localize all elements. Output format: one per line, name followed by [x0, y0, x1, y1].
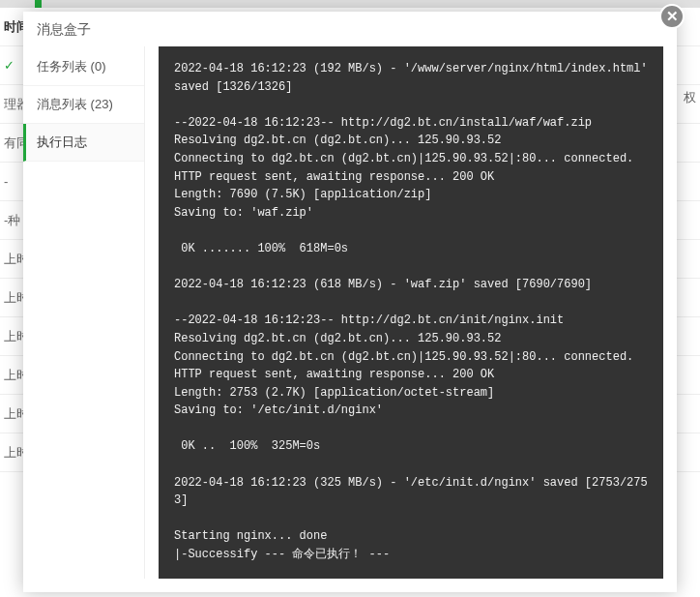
- tab-messages[interactable]: 消息列表 (23): [23, 86, 144, 124]
- side-tabs: 任务列表 (0)消息列表 (23)执行日志: [23, 46, 145, 579]
- tab-tasks[interactable]: 任务列表 (0): [23, 48, 144, 86]
- check-icon: ✓: [4, 58, 15, 73]
- message-box-modal: ✕ 消息盒子 任务列表 (0)消息列表 (23)执行日志 2022-04-18 …: [23, 12, 677, 592]
- tab-log[interactable]: 执行日志: [23, 124, 144, 162]
- log-panel[interactable]: 2022-04-18 16:12:23 (192 MB/s) - '/www/s…: [159, 46, 663, 579]
- close-icon: ✕: [666, 8, 679, 25]
- auth-label: 权: [684, 89, 696, 106]
- modal-body: 任务列表 (0)消息列表 (23)执行日志 2022-04-18 16:12:2…: [23, 46, 677, 592]
- modal-title: 消息盒子: [23, 12, 677, 46]
- top-bar: [0, 0, 700, 8]
- close-button[interactable]: ✕: [659, 4, 685, 29]
